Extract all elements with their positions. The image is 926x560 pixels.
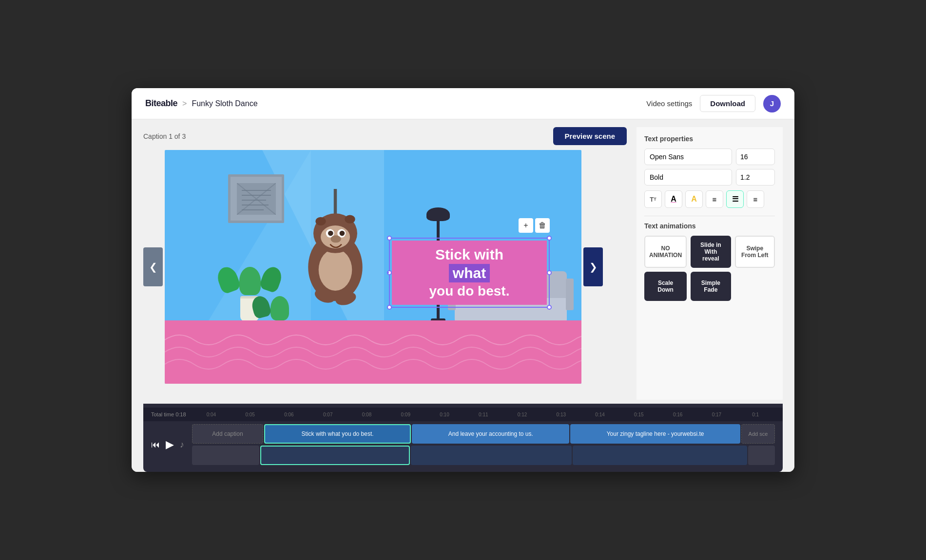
next-scene-button[interactable]: ❯ bbox=[583, 247, 603, 286]
transport-controls: ⏮ ▶ ♪ bbox=[151, 438, 184, 451]
scene-background: + 🗑 bbox=[165, 150, 581, 384]
left-arrow-icon: ❮ bbox=[149, 261, 157, 273]
leaf2 bbox=[250, 294, 272, 319]
tick: 0:04 bbox=[192, 412, 231, 417]
scene-canvas[interactable]: + 🗑 bbox=[165, 150, 581, 384]
skip-back-button[interactable]: ⏮ bbox=[151, 440, 160, 450]
leaf bbox=[239, 267, 261, 295]
picture-frame bbox=[228, 174, 284, 223]
track-empty-add[interactable]: Add caption bbox=[192, 424, 263, 444]
timeline-tracks: ⏮ ▶ ♪ Add caption Stick with what you do… bbox=[143, 421, 783, 468]
avatar[interactable]: J bbox=[763, 95, 781, 112]
anim-slide-reveal[interactable]: Slide inWith reveal bbox=[691, 236, 731, 268]
anim-simple-fade-label: SimpleFade bbox=[701, 280, 720, 293]
divider bbox=[644, 216, 775, 216]
caption-counter: Caption 1 of 3 bbox=[143, 132, 186, 140]
weight-row: Bold 1.2 bbox=[644, 169, 775, 186]
tick: 0:08 bbox=[347, 412, 386, 417]
text-line1: Stick with bbox=[400, 246, 539, 263]
font-size-select[interactable]: 16 bbox=[736, 149, 775, 165]
scene-floor bbox=[165, 320, 581, 384]
add-element-button[interactable]: + bbox=[519, 218, 533, 233]
font-weight-select[interactable]: Bold bbox=[644, 169, 732, 186]
track-segment-active[interactable]: Stick with what you do best. bbox=[264, 424, 411, 444]
svg-point-20 bbox=[315, 217, 326, 225]
timeline-area: Total time 0:18 0:04 0:05 0:06 0:07 0:08… bbox=[143, 404, 783, 472]
anim-none[interactable]: NO ANIMATION bbox=[644, 236, 687, 268]
anim-slide-reveal-label: Slide inWith reveal bbox=[695, 242, 726, 262]
leaf bbox=[259, 264, 285, 294]
svg-point-18 bbox=[340, 231, 345, 236]
leaf bbox=[214, 264, 241, 295]
leaf2 bbox=[270, 296, 289, 320]
breadcrumb-sep: > bbox=[182, 99, 187, 108]
anim-scale-down[interactable]: ScaleDown bbox=[644, 272, 687, 301]
highlight-button[interactable]: A bbox=[685, 190, 703, 208]
anim-none-label: NO ANIMATION bbox=[649, 245, 682, 259]
handle-tl[interactable] bbox=[387, 236, 392, 241]
svg-point-21 bbox=[345, 215, 355, 224]
download-button[interactable]: Download bbox=[700, 95, 755, 112]
tick: 0:12 bbox=[503, 412, 542, 417]
text-selection-box: Stick with what you do best. bbox=[389, 238, 550, 308]
right-panel: Text properties Open Sans 16 Bold 1.2 bbox=[637, 127, 783, 400]
project-title: Funky Sloth Dance bbox=[192, 99, 257, 108]
canvas-wrapper: ❮ bbox=[143, 150, 627, 384]
music-icon: ♪ bbox=[180, 440, 184, 450]
canvas-area: Caption 1 of 3 Preview scene ❮ bbox=[143, 127, 627, 384]
text-tools-row: TT A A ≡ ☰ ≡ bbox=[644, 190, 775, 208]
animations-title: Text animations bbox=[644, 222, 775, 230]
sloth-character bbox=[282, 189, 389, 335]
svg-point-17 bbox=[328, 231, 333, 236]
handle-bl[interactable] bbox=[387, 305, 392, 310]
anim-scale-down-label: ScaleDown bbox=[657, 280, 674, 293]
delete-element-button[interactable]: 🗑 bbox=[535, 218, 550, 233]
tracks-wrapper: Add caption Stick with what you do best.… bbox=[192, 424, 775, 465]
text-properties-title: Text properties bbox=[644, 135, 775, 143]
editor-row: Caption 1 of 3 Preview scene ❮ bbox=[143, 127, 783, 400]
right-arrow-icon: ❯ bbox=[589, 261, 598, 273]
tick: 0:06 bbox=[270, 412, 309, 417]
tick: 0:05 bbox=[231, 412, 270, 417]
svg-point-19 bbox=[330, 235, 341, 243]
tick: 0:09 bbox=[386, 412, 425, 417]
anim-swipe-left[interactable]: Swipe From Left bbox=[735, 236, 775, 268]
handle-tr[interactable] bbox=[547, 236, 552, 241]
track-add-scene[interactable]: Add sce bbox=[741, 424, 775, 444]
text-line3: you do best. bbox=[400, 283, 539, 299]
canvas-text-box[interactable]: + 🗑 bbox=[389, 238, 550, 308]
anim-simple-fade[interactable]: SimpleFade bbox=[691, 272, 731, 301]
line-height-select[interactable]: 1.2 bbox=[736, 169, 775, 186]
text-line2: what bbox=[449, 264, 490, 282]
track-segment-3[interactable]: Your zingy tagline here - yourwebsi.te bbox=[570, 424, 740, 444]
picture-frame-inner bbox=[231, 177, 282, 221]
prev-scene-button[interactable]: ❮ bbox=[143, 247, 163, 286]
caption-bar: Caption 1 of 3 Preview scene bbox=[143, 127, 627, 145]
play-button[interactable]: ▶ bbox=[166, 438, 174, 451]
app-window: Biteable > Funky Sloth Dance Video setti… bbox=[132, 88, 794, 472]
picture-artwork bbox=[237, 183, 276, 215]
tick: 0:1 bbox=[736, 412, 775, 417]
tick: 0:15 bbox=[619, 412, 658, 417]
font-select[interactable]: Open Sans bbox=[644, 149, 732, 165]
svg-point-12 bbox=[319, 249, 352, 291]
align-left-button[interactable]: ≡ bbox=[706, 190, 723, 208]
text-content-block[interactable]: Stick with what you do best. bbox=[392, 241, 547, 305]
tick: 0:17 bbox=[697, 412, 736, 417]
align-right-button[interactable]: ≡ bbox=[747, 190, 764, 208]
handle-mr[interactable] bbox=[547, 270, 552, 275]
text-transform-button[interactable]: TT bbox=[644, 190, 662, 208]
caption-track: Add caption Stick with what you do best.… bbox=[192, 424, 775, 444]
text-toolbar: + 🗑 bbox=[519, 218, 550, 233]
tick: 0:11 bbox=[464, 412, 503, 417]
floor-waves-svg bbox=[165, 320, 581, 384]
preview-scene-button[interactable]: Preview scene bbox=[553, 127, 627, 145]
video-settings-button[interactable]: Video settings bbox=[646, 99, 692, 108]
animations-grid: NO ANIMATION Slide inWith reveal Swipe F… bbox=[644, 236, 775, 301]
logo: Biteable bbox=[145, 98, 177, 109]
track-segment-2[interactable]: And leave your accounting to us. bbox=[412, 424, 569, 444]
header-actions: Video settings Download J bbox=[646, 95, 781, 112]
handle-br[interactable] bbox=[547, 305, 552, 310]
text-color-button[interactable]: A bbox=[665, 190, 682, 208]
align-center-button[interactable]: ☰ bbox=[726, 190, 744, 208]
